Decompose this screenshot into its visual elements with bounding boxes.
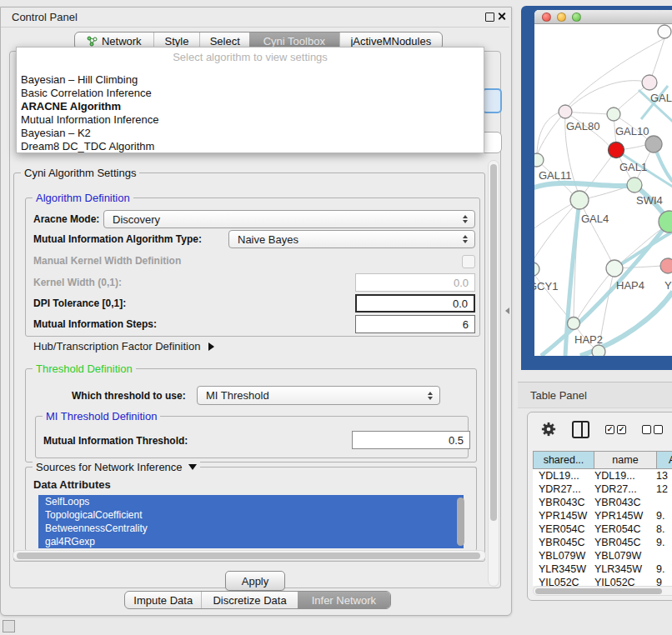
network-view-window: GAL GAL80 GAL10 GAL1 GAL11 SWI4 GAL4 GCY…: [534, 10, 672, 356]
tab-infer-network[interactable]: Infer Network: [298, 592, 390, 608]
collapsed-panel-grabber[interactable]: [3, 620, 15, 632]
dropdown-item[interactable]: Bayesian – K2: [17, 127, 484, 140]
aracne-mode-combo[interactable]: Discovery: [103, 210, 475, 228]
network-node[interactable]: [658, 25, 671, 38]
dropdown-item-selected[interactable]: ARACNE Algorithm: [17, 100, 484, 113]
deselect-all-columns-icon[interactable]: [642, 425, 663, 434]
table-horizontal-scrollbar-thumb[interactable]: [535, 588, 662, 594]
cell-shared-name: YIL052C: [533, 577, 594, 586]
cell-shared-name: YDL19...: [533, 470, 594, 482]
dpi-tolerance-field[interactable]: 0.0: [355, 294, 475, 312]
algorithm-combo-fragment[interactable]: [482, 88, 502, 113]
network-node[interactable]: [645, 136, 662, 152]
mi-algorithm-type-combo[interactable]: Naive Bayes: [228, 230, 475, 248]
apply-button[interactable]: Apply: [225, 571, 285, 591]
cell-value: 9: [656, 577, 672, 586]
mi-algorithm-type-value: Naive Bayes: [238, 233, 298, 246]
network-node-selected[interactable]: [609, 142, 624, 158]
network-icon: [87, 36, 98, 47]
panel-vertical-scrollbar-thumb[interactable]: [490, 164, 497, 521]
zoom-traffic-light-icon[interactable]: [572, 12, 581, 22]
network-node[interactable]: [568, 318, 580, 330]
network-node-label: Y: [664, 279, 672, 292]
dropdown-item[interactable]: Bayesian – Hill Climbing: [17, 73, 484, 87]
close-traffic-light-icon[interactable]: [542, 12, 551, 22]
network-node[interactable]: [534, 153, 544, 167]
expand-arrow-icon: [208, 342, 214, 351]
list-item[interactable]: BetweennessCentrality: [38, 522, 464, 535]
gear-icon[interactable]: [541, 422, 556, 437]
network-node[interactable]: [592, 345, 605, 356]
select-all-columns-icon[interactable]: ✓✓: [605, 425, 626, 434]
list-scrollbar-thumb[interactable]: [457, 498, 464, 546]
network-node[interactable]: [607, 108, 620, 121]
cell-name: YIL052C: [594, 577, 656, 586]
cell-value: 12: [656, 483, 672, 495]
table-row[interactable]: YDR27... YDR27... 12: [533, 482, 672, 496]
mi-steps-label: Mutual Information Steps:: [33, 318, 157, 330]
network-node-label: SWI4: [636, 194, 663, 207]
float-window-icon[interactable]: [485, 12, 494, 22]
cell-shared-name: YBL079W: [533, 550, 594, 562]
which-threshold-combo[interactable]: MI Threshold: [197, 386, 440, 405]
table-row[interactable]: YDL19... YDL19... 13: [533, 469, 672, 482]
network-window-titlebar[interactable]: [534, 10, 672, 24]
mi-threshold-value: 0.5: [449, 434, 464, 447]
table-body[interactable]: YDL19... YDL19... 13 YDR27... YDR27... 1…: [533, 469, 672, 586]
list-item[interactable]: SelfLoops: [38, 495, 464, 508]
table-row[interactable]: YBL079W YBL079W: [533, 549, 672, 562]
panel-vertical-scrollbar[interactable]: [488, 160, 499, 587]
column-header-clipped[interactable]: A: [656, 451, 672, 469]
which-threshold-label: Which threshold to use:: [72, 390, 186, 402]
cell-name: YBR043C: [594, 497, 656, 508]
mi-steps-field[interactable]: 6: [355, 315, 475, 333]
table-horizontal-scrollbar[interactable]: [533, 586, 672, 596]
network-nodes[interactable]: [534, 25, 672, 356]
column-header-name[interactable]: name: [594, 451, 657, 469]
dropdown-item[interactable]: Dream8 DC_TDC Algorithm: [17, 140, 484, 153]
split-columns-icon[interactable]: [572, 421, 589, 438]
network-node[interactable]: [627, 178, 642, 192]
dropdown-item[interactable]: Basic Correlation Inference: [17, 87, 484, 100]
cell-value: 9.: [656, 563, 672, 575]
dpi-tolerance-label: DPI Tolerance [0,1]:: [33, 298, 126, 309]
table-row[interactable]: YPR145W YPR145W 9.: [533, 509, 672, 522]
table-row[interactable]: YBR045C YBR045C 9.: [533, 536, 672, 549]
manual-kernel-checkbox[interactable]: [462, 255, 475, 268]
dropdown-item[interactable]: Mutual Information Inference: [17, 113, 484, 127]
mi-threshold-field[interactable]: 0.5: [352, 431, 470, 449]
tab-discretize-data[interactable]: Discretize Data: [201, 592, 297, 608]
aracne-mode-label: Aracne Mode:: [33, 213, 99, 225]
network-node[interactable]: [559, 105, 572, 118]
table-row[interactable]: YER054C YER054C 8.: [533, 522, 672, 536]
list-item[interactable]: TopologicalCoefficient: [38, 508, 464, 522]
tab-impute-data[interactable]: Impute Data: [125, 592, 201, 608]
splitter-collapse-arrow[interactable]: [505, 308, 509, 314]
cyni-algorithm-settings-title: Cyni Algorithm Settings: [21, 167, 139, 179]
table-row[interactable]: YIL052C YIL052C 9: [533, 576, 672, 586]
table-row[interactable]: YBR043C YBR043C: [533, 496, 672, 509]
table-row[interactable]: YLR345W YLR345W 9.: [533, 562, 672, 576]
network-node[interactable]: [642, 75, 657, 90]
column-header-shared-name[interactable]: shared...: [533, 451, 594, 469]
table-panel-titlebar[interactable]: Table Panel: [518, 382, 672, 408]
cell-value: 9.: [656, 537, 672, 548]
network-node[interactable]: [534, 262, 539, 276]
network-graph-canvas[interactable]: GAL GAL80 GAL10 GAL1 GAL11 SWI4 GAL4 GCY…: [534, 23, 672, 356]
cell-name: YBL079W: [594, 550, 656, 562]
which-threshold-value: MI Threshold: [206, 389, 269, 402]
panel-horizontal-scrollbar-thumb[interactable]: [17, 552, 480, 559]
minimize-traffic-light-icon[interactable]: [557, 12, 566, 22]
control-panel-titlebar[interactable]: Control Panel: [1, 8, 509, 28]
sources-group-title-row[interactable]: Sources for Network Inference: [33, 461, 200, 473]
network-node[interactable]: [606, 260, 623, 277]
network-node[interactable]: [570, 191, 589, 209]
network-node-label: GAL: [650, 92, 672, 104]
panel-horizontal-scrollbar[interactable]: [13, 550, 486, 561]
network-node[interactable]: [660, 258, 672, 273]
kernel-width-field[interactable]: 0.0: [355, 273, 475, 292]
hub-definition-toggle[interactable]: Hub/Transcription Factor Definition: [33, 340, 214, 352]
list-item[interactable]: gal4RGexp: [38, 535, 464, 548]
data-attributes-list[interactable]: SelfLoops TopologicalCoefficient Between…: [38, 495, 464, 548]
application-screen: Control Panel Network Style Select Cyni …: [0, 0, 672, 635]
